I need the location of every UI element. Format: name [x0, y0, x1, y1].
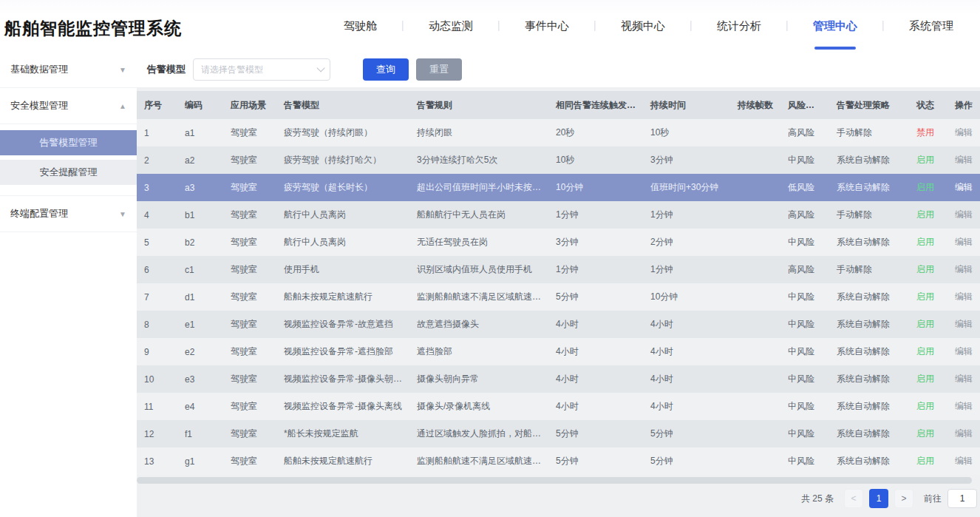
- cell-risk: 高风险: [780, 119, 829, 146]
- table-row[interactable]: 4b1驾驶室航行中人员离岗船舶航行中无人员在岗1分钟1分钟高风险手动解除启用编辑: [137, 201, 980, 229]
- cell-strategy: 系统自动解除: [829, 447, 909, 475]
- column-header: 风险等级: [780, 91, 829, 119]
- table-row[interactable]: 8e1驾驶室视频监控设备异常-故意遮挡故意遮挡摄像头4小时4小时中风险系统自动解…: [137, 311, 980, 338]
- cell-seq: 13: [137, 447, 177, 475]
- edit-link[interactable]: 编辑: [947, 119, 980, 146]
- nav-item-4[interactable]: 视频中心: [596, 0, 690, 52]
- cell-risk: 中风险: [780, 311, 829, 338]
- sidebar-submenu: 告警模型管理安全提醒管理: [0, 124, 137, 196]
- table-row[interactable]: 10e3驾驶室视频监控设备异常-摄像头朝向异常摄像头朝向异常4小时4小时中风险系…: [137, 365, 980, 393]
- cell-frames: [730, 146, 780, 174]
- sidebar-group-2[interactable]: 安全模型管理▲: [0, 88, 137, 124]
- sidebar-item-1[interactable]: 告警模型管理: [0, 130, 137, 155]
- cell-rule: 摄像头朝向异常: [409, 365, 548, 393]
- cell-frames: [730, 201, 780, 229]
- cell-status: 启用: [909, 283, 947, 311]
- cell-code: b2: [177, 229, 223, 256]
- column-header: 操作: [947, 91, 980, 119]
- cell-model: 船舶未按规定航速航行: [276, 447, 409, 475]
- cell-seq: 2: [137, 146, 177, 174]
- edit-link[interactable]: 编辑: [947, 256, 980, 283]
- cell-strategy: 系统自动解除: [829, 393, 909, 420]
- sidebar-item-2[interactable]: 安全提醒管理: [0, 160, 137, 185]
- table-header: 序号编码应用场景告警模型告警规则相同告警连续触发时间间隔持续时间持续帧数风险等级…: [137, 91, 980, 119]
- edit-link[interactable]: 编辑: [947, 365, 980, 393]
- nav-item-7[interactable]: 系统管理: [884, 0, 979, 52]
- cell-strategy: 系统自动解除: [829, 420, 909, 447]
- edit-link[interactable]: 编辑: [947, 338, 980, 365]
- edit-link[interactable]: 编辑: [947, 174, 980, 201]
- alarm-model-table: 序号编码应用场景告警模型告警规则相同告警连续触发时间间隔持续时间持续帧数风险等级…: [137, 91, 980, 484]
- alarm-model-select[interactable]: 请选择告警模型: [193, 58, 330, 81]
- edit-link[interactable]: 编辑: [947, 201, 980, 229]
- table-row[interactable]: 13g1驾驶室船舶未按规定航速航行监测船舶航速不满足区域航速限制规定5分钟5分钟…: [137, 447, 980, 475]
- cell-frames: [730, 447, 780, 475]
- pagination: 共 25 条 < 1 > 前往: [137, 484, 980, 513]
- cell-duration: 4小时: [643, 311, 730, 338]
- cell-risk: 高风险: [780, 256, 829, 283]
- sidebar-group-3[interactable]: 终端配置管理▼: [0, 196, 137, 232]
- main-nav: 驾驶舱动态监测事件中心视频中心统计分析管理中心系统管理: [319, 0, 979, 52]
- main-content: 告警模型 请选择告警模型 查询 重置 序号编码应用场景告警模型告警规则相同告警连…: [137, 52, 980, 517]
- goto-page-input[interactable]: [947, 489, 977, 508]
- next-page-button[interactable]: >: [894, 489, 913, 508]
- cell-seq: 5: [137, 229, 177, 256]
- page-1-button[interactable]: 1: [869, 489, 888, 508]
- cell-seq: 10: [137, 365, 177, 393]
- column-header: 应用场景: [223, 91, 276, 119]
- edit-link[interactable]: 编辑: [947, 229, 980, 256]
- edit-link[interactable]: 编辑: [947, 146, 980, 174]
- cell-rule: 超出公司值班时间半小时未按规定交接: [409, 174, 548, 201]
- table-row[interactable]: 7d1驾驶室船舶未按规定航速航行监测船舶航速不满足区域航速限制规定5分钟10分钟…: [137, 283, 980, 311]
- column-header: 相同告警连续触发时间间隔: [548, 91, 643, 119]
- cell-risk: 中风险: [780, 420, 829, 447]
- cell-code: c1: [177, 256, 223, 283]
- cell-interval: 4小时: [548, 311, 643, 338]
- cell-status: 启用: [909, 365, 947, 393]
- cell-status: 启用: [909, 229, 947, 256]
- edit-link[interactable]: 编辑: [947, 420, 980, 447]
- table-row[interactable]: 12f1驾驶室*船长未按规定监航通过区域触发人脸抓拍，对船长身份...5分钟5分…: [137, 420, 980, 447]
- cell-code: e3: [177, 365, 223, 393]
- column-header: 编码: [177, 91, 223, 119]
- edit-link[interactable]: 编辑: [947, 283, 980, 311]
- prev-page-button[interactable]: <: [844, 489, 863, 508]
- cell-risk: 中风险: [780, 283, 829, 311]
- edit-link[interactable]: 编辑: [947, 447, 980, 475]
- table-row[interactable]: 3a3驾驶室疲劳驾驶（超长时长）超出公司值班时间半小时未按规定交接10分钟值班时…: [137, 174, 980, 201]
- table-row[interactable]: 5b2驾驶室航行中人员离岗无适任驾驶员在岗3分钟2分钟中风险系统自动解除启用编辑: [137, 229, 980, 256]
- cell-frames: [730, 174, 780, 201]
- table-row[interactable]: 9e2驾驶室视频监控设备异常-遮挡脸部遮挡脸部4小时4小时中风险系统自动解除启用…: [137, 338, 980, 365]
- table-row[interactable]: 11e4驾驶室视频监控设备异常-摄像头离线摄像头/录像机离线4小时4小时中风险系…: [137, 393, 980, 420]
- edit-link[interactable]: 编辑: [947, 393, 980, 420]
- cell-strategy: 系统自动解除: [829, 338, 909, 365]
- cell-frames: [730, 256, 780, 283]
- top-header: 船舶智能监控管理系统 驾驶舱动态监测事件中心视频中心统计分析管理中心系统管理 ☁…: [0, 0, 980, 52]
- cell-scene: 驾驶室: [223, 201, 276, 229]
- table-row[interactable]: 6c1驾驶室使用手机识别区域内值班人员使用手机1分钟1分钟高风险手动解除启用编辑: [137, 256, 980, 283]
- horizontal-scrollbar[interactable]: [137, 477, 980, 484]
- cell-duration: 4小时: [643, 393, 730, 420]
- cell-risk: 中风险: [780, 338, 829, 365]
- cell-duration: 10分钟: [643, 283, 730, 311]
- nav-item-6[interactable]: 管理中心: [788, 0, 882, 52]
- cell-model: 航行中人员离岗: [276, 201, 409, 229]
- cell-status: 启用: [909, 447, 947, 475]
- filter-bar: 告警模型 请选择告警模型 查询 重置: [137, 52, 980, 87]
- table-row[interactable]: 2a2驾驶室疲劳驾驶（持续打哈欠）3分钟连续打哈欠5次10秒3分钟中风险系统自动…: [137, 146, 980, 174]
- sidebar: 基础数据管理▼安全模型管理▲告警模型管理安全提醒管理终端配置管理▼: [0, 52, 137, 517]
- nav-item-1[interactable]: 驾驶舱: [319, 0, 402, 52]
- reset-button[interactable]: 重置: [416, 58, 462, 81]
- nav-item-5[interactable]: 统计分析: [692, 0, 786, 52]
- edit-link[interactable]: 编辑: [947, 311, 980, 338]
- cell-strategy: 系统自动解除: [829, 311, 909, 338]
- nav-item-2[interactable]: 动态监测: [404, 0, 498, 52]
- cell-duration: 3分钟: [643, 146, 730, 174]
- sidebar-group-1[interactable]: 基础数据管理▼: [0, 52, 137, 88]
- cell-risk: 中风险: [780, 393, 829, 420]
- table-row[interactable]: 1a1驾驶室疲劳驾驶（持续闭眼）持续闭眼20秒10秒高风险手动解除禁用编辑: [137, 119, 980, 146]
- cell-interval: 3分钟: [548, 229, 643, 256]
- cell-interval: 4小时: [548, 365, 643, 393]
- search-button[interactable]: 查询: [363, 58, 409, 81]
- nav-item-3[interactable]: 事件中心: [500, 0, 594, 52]
